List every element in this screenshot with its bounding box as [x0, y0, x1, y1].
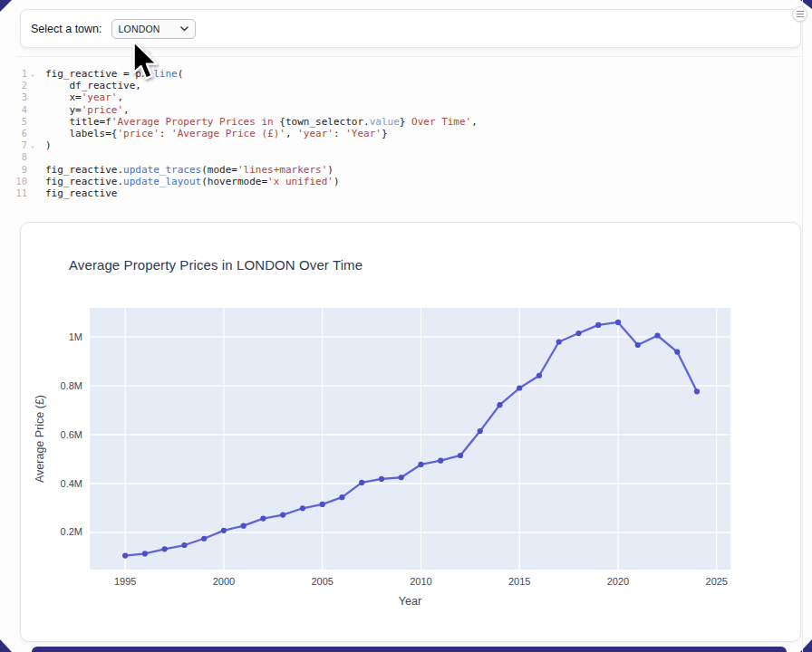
data-point-marker[interactable] — [359, 480, 364, 485]
code-text: ) — [45, 139, 52, 151]
code-line: 2 df_reactive, — [9, 80, 803, 91]
fold-chevron-icon[interactable]: ⌄ — [27, 139, 38, 151]
line-number: 6 — [9, 128, 27, 139]
code-text: fig_reactive — [45, 187, 117, 199]
data-point-marker[interactable] — [280, 512, 285, 517]
x-axis-title: Year — [399, 595, 421, 608]
line-number: 7 — [9, 139, 27, 151]
property-price-chart[interactable]: 0.2M0.4M0.6M0.8M1M1995200020052010201520… — [21, 223, 801, 642]
line-number: 8 — [9, 151, 27, 163]
fold-gutter — [27, 187, 38, 199]
data-point-marker[interactable] — [399, 475, 404, 480]
data-point-marker[interactable] — [162, 546, 168, 551]
code-line: 7⌄) — [9, 139, 803, 151]
hamburger-icon — [797, 11, 804, 12]
data-point-marker[interactable] — [615, 320, 621, 325]
code-line: 4 y='price', — [9, 104, 803, 116]
code-text: labels={'price': 'Average Price (£)', 'y… — [45, 128, 388, 139]
y-tick-label: 0.8M — [61, 380, 82, 391]
x-tick-label: 2010 — [410, 576, 431, 587]
chevron-down-icon — [180, 26, 188, 32]
data-point-marker[interactable] — [694, 388, 700, 394]
data-point-marker[interactable] — [595, 322, 601, 328]
code-line: 6 labels={'price': 'Average Price (£)', … — [9, 128, 803, 139]
code-line: 8 — [9, 151, 803, 163]
data-point-marker[interactable] — [142, 551, 148, 556]
mouse-cursor — [132, 40, 163, 83]
cropped-corner-decoration — [0, 639, 12, 652]
x-tick-label: 2025 — [706, 576, 728, 587]
data-point-marker[interactable] — [517, 385, 522, 390]
data-point-marker[interactable] — [181, 542, 187, 548]
code-text: fig_reactive.update_traces(mode='lines+m… — [45, 164, 334, 176]
line-number: 9 — [9, 164, 27, 176]
fold-chevron-icon[interactable]: ⌄ — [27, 68, 38, 80]
y-tick-label: 0.2M — [61, 526, 82, 537]
line-number: 5 — [9, 116, 27, 128]
y-axis-title: Average Price (£) — [34, 395, 46, 483]
data-point-marker[interactable] — [536, 373, 542, 379]
data-point-marker[interactable] — [458, 453, 463, 458]
fold-gutter — [27, 176, 38, 187]
x-tick-label: 2005 — [311, 576, 333, 587]
code-text: df_reactive, — [45, 80, 141, 91]
code-line: 3 x='year', — [9, 91, 803, 103]
fold-gutter — [27, 104, 38, 116]
cell-menu-button[interactable] — [792, 6, 807, 22]
fold-gutter — [27, 128, 38, 139]
y-tick-label: 0.6M — [61, 429, 82, 440]
code-text: y='price', — [45, 104, 130, 116]
fold-gutter — [27, 164, 38, 176]
town-dropdown[interactable]: LONDON — [111, 19, 196, 39]
data-point-marker[interactable] — [418, 462, 423, 467]
data-point-marker[interactable] — [438, 458, 443, 464]
data-point-marker[interactable] — [497, 402, 502, 408]
data-point-marker[interactable] — [241, 523, 246, 529]
fold-gutter — [27, 80, 38, 91]
data-point-marker[interactable] — [635, 342, 641, 348]
line-number: 2 — [9, 80, 27, 91]
code-text: title=f'Average Property Prices in {town… — [45, 116, 478, 128]
line-number: 10 — [9, 176, 27, 187]
data-point-marker[interactable] — [379, 476, 384, 482]
code-line: 11fig_reactive — [9, 187, 803, 199]
fold-gutter — [27, 91, 38, 103]
town-selector-label: Select a town: — [31, 23, 102, 35]
town-dropdown-value: LONDON — [119, 24, 160, 34]
x-tick-label: 2015 — [508, 576, 530, 587]
code-line: 5 title=f'Average Property Prices in {to… — [9, 116, 803, 128]
data-point-marker[interactable] — [300, 505, 305, 511]
code-line: 1⌄fig_reactive = px.line( — [9, 68, 803, 80]
code-line: 9fig_reactive.update_traces(mode='lines+… — [9, 164, 803, 176]
data-point-marker[interactable] — [201, 536, 207, 542]
cropped-corner-decoration — [0, 0, 12, 12]
code-text: x='year', — [45, 91, 123, 103]
data-point-marker[interactable] — [221, 528, 227, 533]
data-point-marker[interactable] — [556, 339, 562, 344]
x-tick-label: 2020 — [607, 576, 629, 587]
data-point-marker[interactable] — [478, 428, 483, 434]
data-point-marker[interactable] — [674, 349, 680, 354]
code-editor[interactable]: 1⌄fig_reactive = px.line(2 df_reactive,3… — [9, 68, 803, 199]
code-text: fig_reactive.update_layout(hovermode='x … — [45, 176, 340, 187]
plot-area[interactable] — [90, 308, 730, 570]
x-tick-label: 1995 — [114, 576, 136, 587]
code-line: 10fig_reactive.update_layout(hovermode='… — [9, 176, 803, 187]
data-point-marker[interactable] — [575, 331, 581, 336]
line-number: 1 — [9, 68, 27, 80]
data-point-marker[interactable] — [260, 516, 266, 522]
line-number: 3 — [9, 91, 27, 103]
line-number: 11 — [9, 187, 27, 199]
data-point-marker[interactable] — [339, 494, 344, 500]
data-point-marker[interactable] — [320, 502, 325, 507]
fold-gutter — [27, 151, 38, 163]
next-cell-top-edge — [32, 647, 787, 652]
y-tick-label: 1M — [69, 331, 82, 342]
y-tick-label: 0.4M — [61, 478, 82, 489]
data-point-marker[interactable] — [654, 332, 660, 338]
line-number: 4 — [9, 104, 27, 116]
fold-gutter — [27, 116, 38, 128]
x-tick-label: 2000 — [213, 576, 235, 587]
chart-output-cell: Average Property Prices in LONDON Over T… — [20, 222, 801, 642]
data-point-marker[interactable] — [122, 553, 128, 559]
